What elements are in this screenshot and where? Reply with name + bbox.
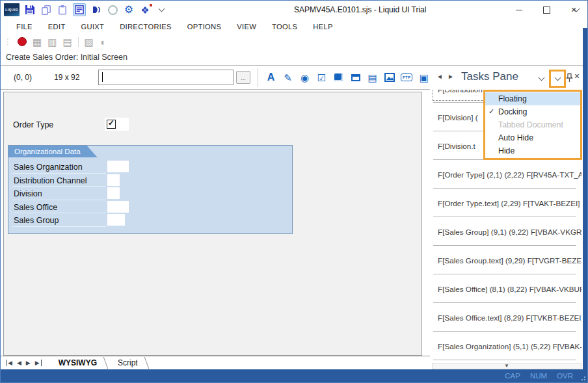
screen-title: Create Sales Order: Initial Screen: [6, 53, 127, 62]
toolbar-drag-handle[interactable]: ⋮: [4, 38, 12, 46]
record-toolbar: ⋮ ▦ ▥ ▤ ▨ ◖: [1, 34, 587, 49]
view-tab[interactable]: Script: [109, 357, 150, 369]
task-item-label: F[Sales Organization] (5,1) (5,22) F[VBA…: [438, 342, 581, 350]
frame-icon[interactable]: [350, 72, 361, 83]
value-input[interactable]: [98, 70, 234, 85]
table-fields-icon: ▤: [62, 37, 72, 47]
task-item-label: F[Order Type] (2,1) (2,22) F[RV45A-TXT_A…: [438, 170, 581, 179]
task-item[interactable]: F[Sales Office.text] (8,29) F[TVKBT-BEZE…: [432, 303, 581, 332]
record-disabled-icon[interactable]: [107, 4, 118, 16]
import-screen-icon[interactable]: [90, 4, 102, 16]
browse-button[interactable]: ...: [236, 71, 250, 84]
app-logo-icon: LIQUID: [4, 3, 20, 16]
last-tab-icon[interactable]: ▶: [35, 360, 42, 366]
minimize-button[interactable]: [505, 1, 533, 19]
order-type-field[interactable]: [105, 118, 129, 131]
resize-grip-icon[interactable]: [579, 374, 585, 380]
field-label: Sales Office: [14, 203, 57, 212]
toolbar-overflow-icon[interactable]: [155, 4, 167, 16]
window-position-menu-button[interactable]: [549, 70, 566, 88]
wysiwyg-canvas[interactable]: Order Type Organizational Data Sales Org…: [3, 92, 422, 356]
catalog-icon[interactable]: ▣: [418, 72, 429, 83]
menu-item[interactable]: ✓ Hide: [485, 144, 580, 157]
edit-field-icon[interactable]: ✎: [282, 72, 293, 83]
menu-item-label: Floating: [498, 94, 527, 103]
copy-icon[interactable]: [40, 4, 52, 16]
status-bar: CAPNUMOVR: [1, 369, 588, 383]
menubar-item[interactable]: TOOLS: [272, 23, 297, 31]
field-input[interactable]: [107, 201, 129, 213]
task-item[interactable]: F[Order Type.text] (2,29) F[TVAKT-BEZEI]: [432, 189, 581, 217]
pane-dropdown-icon[interactable]: [539, 75, 545, 81]
ftp-icon[interactable]: FTP: [401, 72, 412, 83]
image-icon[interactable]: [384, 72, 395, 83]
navigate-back-icon[interactable]: ◄: [436, 73, 443, 80]
list-box-icon[interactable]: ▤: [367, 72, 378, 83]
pane-close-icon[interactable]: ×: [574, 72, 580, 81]
table-search-icon: ▦: [33, 37, 42, 47]
modules-icon[interactable]: ❖: [139, 4, 151, 16]
save-icon[interactable]: [24, 4, 36, 16]
menu-item[interactable]: ✓ Auto Hide: [485, 131, 580, 144]
checkbox-icon[interactable]: ☑: [316, 72, 327, 83]
tasks-pane-title: Tasks Pane: [461, 70, 518, 83]
status-flag: OVR: [557, 372, 573, 380]
window-title: SAPMV45A.E0101.sjs - Liquid UI Trial: [294, 5, 426, 14]
task-item-label: F[Sales Office.text] (8,29) F[TVKBT-BEZE…: [438, 313, 581, 322]
order-type-checkbox[interactable]: [107, 120, 116, 129]
form-field-row: Division: [12, 187, 288, 201]
navigate-forward-icon[interactable]: ►: [448, 73, 454, 80]
record-icon[interactable]: [18, 37, 27, 46]
task-item[interactable]: F[Order Type] (2,1) (2,22) F[RV45A-TXT_A…: [432, 160, 581, 189]
task-item-label: F[Sales Group.text] (9,29) F[TVGRT-BEZEI…: [438, 256, 581, 265]
menubar-item[interactable]: OPTIONS: [187, 23, 221, 31]
pin-icon[interactable]: [566, 73, 573, 85]
task-item[interactable]: F[Sales Office] (8,1) (8,22) F[VBAK-VKBU…: [432, 274, 581, 303]
menu-item-label: Hide: [498, 146, 514, 155]
view-tab[interactable]: WYSIWYG: [49, 357, 109, 369]
menubar-item[interactable]: EDIT: [48, 23, 66, 31]
menu-item[interactable]: ✓ Floating: [485, 92, 580, 105]
menubar-item[interactable]: DIRECTORIES: [120, 23, 172, 31]
field-input[interactable]: [107, 187, 120, 199]
settings-gear-icon[interactable]: ⚙: [123, 4, 135, 16]
push-button-icon[interactable]: [333, 72, 344, 83]
menu-bar: FILEEDITGUIXTDIRECTORIESOPTIONSVIEWTOOLS…: [1, 19, 587, 34]
maximize-button[interactable]: [533, 1, 560, 19]
field-input[interactable]: [107, 174, 120, 186]
view-tab-bar: ◀ ◀ ▶ ▶ WYSIWYGScript: [1, 356, 430, 369]
task-item-label: F[Sales Office] (8,1) (8,22) F[VBAK-VKBU…: [438, 285, 581, 293]
menu-item-label: Auto Hide: [498, 133, 533, 142]
radio-button-icon[interactable]: ◉: [299, 72, 310, 83]
paste-icon[interactable]: [57, 4, 68, 16]
menu-item[interactable]: ✓ Docking: [485, 105, 580, 118]
menubar-item[interactable]: GUIXT: [81, 23, 105, 31]
selection-size: 19 x 92: [54, 73, 90, 82]
organizational-data-group: Organizational Data Sales Organization D…: [8, 145, 293, 234]
close-button[interactable]: ×: [560, 1, 587, 19]
task-item[interactable]: F[Sales Group.text] (9,29) F[TVGRT-BEZEI…: [432, 246, 581, 274]
next-tab-icon[interactable]: ▶: [26, 360, 31, 366]
first-tab-icon[interactable]: ◀: [6, 360, 12, 366]
menubar-item[interactable]: VIEW: [237, 23, 256, 31]
menu-item[interactable]: ✓ Tabbed Document: [485, 118, 580, 131]
field-input[interactable]: [107, 214, 125, 226]
menubar-item[interactable]: HELP: [313, 23, 332, 31]
title-bar: LIQUID ⚙ ❖ SAPMV45A.E0101.sjs - Liquid U…: [1, 1, 587, 19]
task-item[interactable]: F[Sales Group] (9,1) (9,22) F[VBAK-VKGRP…: [432, 217, 581, 246]
text-icon[interactable]: A: [265, 72, 276, 83]
field-label: Division: [14, 189, 42, 198]
task-item-label: F[Division.t: [438, 142, 475, 150]
form-field-row: Sales Office: [12, 201, 288, 215]
previous-tab-icon[interactable]: ◀: [17, 360, 21, 366]
list-scroll-down-button[interactable]: ▼: [432, 363, 581, 369]
group-header: Organizational Data: [8, 146, 98, 157]
field-label: Sales Organization: [14, 163, 83, 172]
task-item[interactable]: F[Sales Organization] (5,1) (5,22) F[VBA…: [432, 332, 581, 360]
menubar-item[interactable]: FILE: [16, 23, 33, 31]
tab-navigation: ◀ ◀ ▶ ▶: [1, 360, 49, 366]
toolbar-separator: [78, 37, 79, 47]
form-view-icon[interactable]: [73, 3, 86, 16]
checkmark-icon: ✓: [488, 107, 494, 116]
field-input[interactable]: [107, 161, 129, 172]
